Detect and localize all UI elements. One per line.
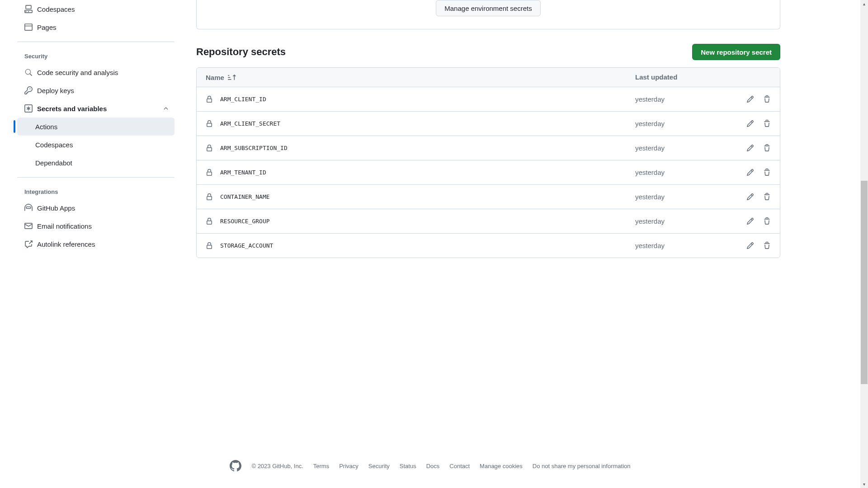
sidebar-subitem-codespaces[interactable]: Codespaces: [17, 136, 175, 154]
sidebar-item-label: Code security and analysis: [37, 69, 118, 76]
lock-icon: [206, 218, 213, 225]
footer-link-contact[interactable]: Contact: [449, 463, 470, 469]
row-actions: [726, 169, 771, 176]
sidebar-item-label: Pages: [37, 23, 57, 31]
sidebar-subitem-actions[interactable]: Actions: [17, 117, 175, 136]
repo-secrets-title: Repository secrets: [196, 46, 286, 58]
lock-icon: [206, 120, 213, 127]
table-row: ARM_SUBSCRIPTION_IDyesterday: [197, 136, 780, 160]
secret-updated: yesterday: [635, 95, 726, 103]
footer-link-terms[interactable]: Terms: [313, 463, 329, 469]
col-header-updated[interactable]: Last updated: [635, 73, 726, 81]
footer-link-status[interactable]: Status: [400, 463, 416, 469]
row-actions: [726, 144, 771, 152]
sidebar-security-title: Security: [17, 49, 175, 63]
row-actions: [726, 95, 771, 103]
row-actions: [726, 193, 771, 201]
chevron-up-icon: [163, 105, 169, 112]
manage-environment-secrets-button[interactable]: Manage environment secrets: [436, 0, 540, 16]
scrollbar-arrow-up-icon[interactable]: ▴: [860, 0, 868, 8]
cross-reference-icon: [24, 240, 33, 248]
footer-copyright: © 2023 GitHub, Inc.: [251, 463, 303, 469]
pencil-icon[interactable]: [746, 242, 754, 249]
trash-icon[interactable]: [763, 193, 771, 201]
footer-link-do-not-share[interactable]: Do not share my personal information: [533, 463, 631, 469]
footer-link-security[interactable]: Security: [368, 463, 390, 469]
sidebar-item-deploy-keys[interactable]: Deploy keys: [17, 81, 175, 99]
trash-icon[interactable]: [763, 144, 771, 152]
sidebar-item-label: Deploy keys: [37, 87, 74, 94]
row-actions: [726, 120, 771, 127]
pencil-icon[interactable]: [746, 120, 754, 127]
pencil-icon[interactable]: [746, 193, 754, 201]
browser-icon: [24, 23, 33, 31]
secret-updated: yesterday: [635, 242, 726, 249]
footer-link-manage-cookies[interactable]: Manage cookies: [480, 463, 523, 469]
sidebar-divider: [17, 177, 175, 178]
sidebar-item-autolink-references[interactable]: Autolink references: [17, 235, 175, 253]
table-row: ARM_CLIENT_IDyesterday: [197, 87, 780, 112]
col-header-actions: [726, 73, 771, 81]
sidebar-divider: [17, 42, 175, 42]
secret-name: STORAGE_ACCOUNT: [220, 242, 273, 249]
table-row: RESOURCE_GROUPyesterday: [197, 209, 780, 234]
lock-icon: [206, 193, 213, 201]
sidebar-item-codespaces[interactable]: Codespaces: [17, 0, 175, 18]
scrollbar[interactable]: ▴ ▾: [860, 0, 868, 488]
pencil-icon[interactable]: [746, 95, 754, 103]
pencil-icon[interactable]: [746, 169, 754, 176]
key-icon: [24, 86, 33, 94]
codespaces-icon: [24, 5, 33, 13]
sidebar: Environments Codespaces Pages Security C…: [0, 0, 185, 488]
sidebar-item-github-apps[interactable]: GitHub Apps: [17, 199, 175, 217]
sidebar-subitem-label: Actions: [35, 123, 57, 131]
scrollbar-thumb[interactable]: [861, 181, 868, 384]
environment-secrets-box: Manage environment secrets: [196, 0, 780, 29]
trash-icon[interactable]: [763, 217, 771, 225]
secret-name: RESOURCE_GROUP: [220, 218, 270, 225]
mail-icon: [24, 222, 33, 230]
pencil-icon[interactable]: [746, 144, 754, 152]
footer-link-docs[interactable]: Docs: [426, 463, 440, 469]
repo-secrets-header: Repository secrets New repository secret: [196, 44, 780, 60]
trash-icon[interactable]: [763, 120, 771, 127]
key-asterisk-icon: [24, 104, 33, 113]
table-row: CONTAINER_NAMEyesterday: [197, 185, 780, 209]
sidebar-subitem-dependabot[interactable]: Dependabot: [17, 154, 175, 172]
trash-icon[interactable]: [763, 95, 771, 103]
pencil-icon[interactable]: [746, 217, 754, 225]
sidebar-subitem-label: Codespaces: [35, 141, 73, 149]
col-header-name-label: Name: [206, 74, 224, 81]
footer-link-privacy[interactable]: Privacy: [339, 463, 359, 469]
sort-asc-icon: [228, 73, 236, 81]
codescan-icon: [24, 68, 33, 76]
sidebar-item-pages[interactable]: Pages: [17, 18, 175, 36]
row-actions: [726, 217, 771, 225]
secret-name: ARM_CLIENT_ID: [220, 96, 266, 103]
col-header-name[interactable]: Name: [206, 73, 635, 81]
secrets-table: Name Last updated ARM_CLIENT_IDyesterday…: [196, 67, 780, 258]
table-row: ARM_TENANT_IDyesterday: [197, 160, 780, 185]
github-logo-icon[interactable]: [230, 460, 241, 472]
lock-icon: [206, 169, 213, 176]
secret-updated: yesterday: [635, 217, 726, 225]
new-repository-secret-button[interactable]: New repository secret: [692, 44, 780, 60]
sidebar-item-code-security[interactable]: Code security and analysis: [17, 63, 175, 81]
sidebar-item-secrets-variables[interactable]: Secrets and variables: [17, 99, 175, 117]
secret-name: CONTAINER_NAME: [220, 193, 270, 200]
secret-updated: yesterday: [635, 144, 726, 152]
lock-icon: [206, 242, 213, 249]
secret-name: ARM_SUBSCRIPTION_ID: [220, 145, 288, 151]
secret-updated: yesterday: [635, 169, 726, 176]
footer: © 2023 GitHub, Inc. Terms Privacy Securi…: [0, 460, 860, 472]
main-content: Manage environment secrets Repository se…: [185, 0, 791, 488]
trash-icon[interactable]: [763, 169, 771, 176]
trash-icon[interactable]: [763, 242, 771, 249]
scrollbar-arrow-down-icon[interactable]: ▾: [860, 480, 868, 488]
secret-updated: yesterday: [635, 120, 726, 127]
table-header-row: Name Last updated: [197, 68, 780, 87]
sidebar-item-email-notifications[interactable]: Email notifications: [17, 217, 175, 235]
sidebar-item-label: Email notifications: [37, 222, 92, 230]
secret-name: ARM_TENANT_ID: [220, 169, 266, 176]
lock-icon: [206, 96, 213, 103]
